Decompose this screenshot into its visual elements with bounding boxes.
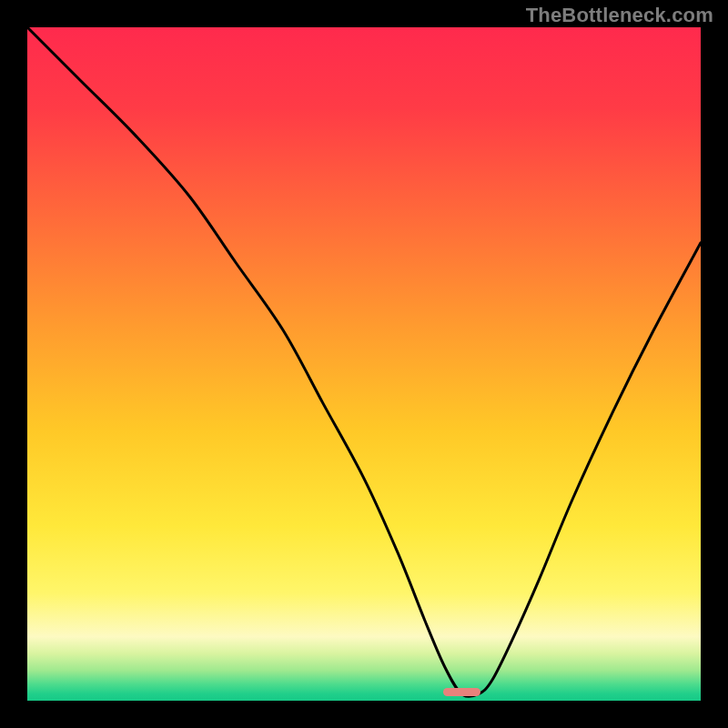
optimal-marker bbox=[443, 688, 480, 696]
chart-frame: TheBottleneck.com bbox=[0, 0, 728, 728]
plot-area bbox=[27, 27, 701, 701]
bottleneck-curve bbox=[27, 27, 701, 701]
watermark-text: TheBottleneck.com bbox=[526, 4, 713, 27]
